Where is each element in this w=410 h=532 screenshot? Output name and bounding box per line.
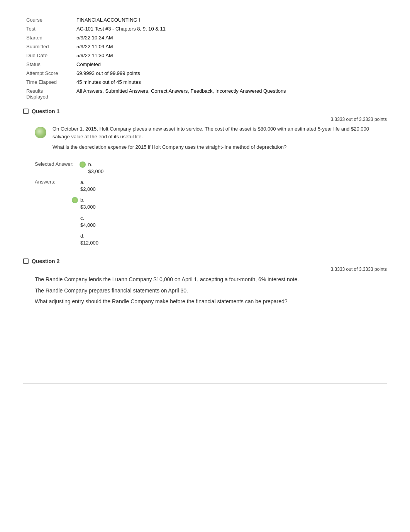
question-1-block: Question 1 3.3333 out of 3.3333 points O… [23, 108, 387, 246]
test-row: Test AC-101 Test #3 - Chapters 8, 9, 10 … [23, 24, 387, 33]
answers-section: Answers: a.$2,000 b.$3,000 [35, 179, 387, 247]
results-value: All Answers, Submitted Answers, Correct … [73, 87, 387, 101]
course-value: FINANCIAL ACCOUNTING I [73, 15, 387, 24]
page-divider [23, 383, 387, 384]
results-label: Results Displayed [23, 87, 73, 101]
started-value: 5/9/22 10:24 AM [73, 33, 387, 42]
list-item: d.$12,000 [72, 233, 98, 246]
time-elapsed-label: Time Elapsed [23, 78, 73, 87]
question-1-header: Question 1 [23, 108, 387, 114]
question-2-text: The Randie Company lends the Luann Compa… [35, 275, 387, 306]
answer-d-dot-icon [72, 233, 78, 239]
question-1-title: Question 1 [32, 108, 59, 114]
due-date-label: Due Date [23, 51, 73, 60]
attempt-score-value: 69.9993 out of 99.999 points [73, 69, 387, 78]
due-date-value: 5/9/22 11:30 AM [73, 51, 387, 60]
started-label: Started [23, 33, 73, 42]
question-2-score: 3.3333 out of 3.3333 points [23, 267, 387, 272]
time-elapsed-value: 45 minutes out of 45 minutes [73, 78, 387, 87]
selected-dot-icon [80, 161, 86, 168]
time-elapsed-row: Time Elapsed 45 minutes out of 45 minute… [23, 78, 387, 87]
answer-a-dot-icon [72, 179, 78, 185]
question-1-text: On October 1, 2015, Holt Company places … [53, 125, 387, 151]
results-row: Results Displayed All Answers, Submitted… [23, 87, 387, 101]
answer-b-dot-icon [72, 197, 78, 203]
question-2-header: Question 2 [23, 258, 387, 264]
due-date-row: Due Date 5/9/22 11:30 AM [23, 51, 387, 60]
all-answers: a.$2,000 b.$3,000 c.$4,000 [72, 179, 98, 247]
submitted-label: Submitted [23, 42, 73, 51]
course-row: Course FINANCIAL ACCOUNTING I [23, 15, 387, 24]
selected-option-letter: b. [88, 161, 92, 167]
question-2-title: Question 2 [32, 258, 59, 264]
answers-label: Answers: [35, 179, 66, 247]
question-2-icon [23, 258, 29, 264]
selected-answer-label: Selected Answer: [35, 161, 73, 175]
status-value: Completed [73, 60, 387, 69]
question-2-block: Question 2 3.3333 out of 3.3333 points T… [23, 258, 387, 306]
status-row: Status Completed [23, 60, 387, 69]
question-1-body: On October 1, 2015, Holt Company places … [35, 125, 387, 246]
selected-answer-options: b. $3,000 [80, 161, 103, 175]
question-1-icon [23, 109, 29, 114]
status-label: Status [23, 60, 73, 69]
test-label: Test [23, 24, 73, 33]
attempt-score-label: Attempt Score [23, 69, 73, 78]
test-value: AC-101 Test #3 - Chapters 8, 9, 10 & 11 [73, 24, 387, 33]
list-item: b.$3,000 [72, 197, 98, 211]
submitted-row: Submitted 5/9/22 11:09 AM [23, 42, 387, 51]
selected-answer-option: b. $3,000 [80, 161, 103, 175]
started-row: Started 5/9/22 10:24 AM [23, 33, 387, 42]
attempt-score-row: Attempt Score 69.9993 out of 99.999 poin… [23, 69, 387, 78]
submitted-value: 5/9/22 11:09 AM [73, 42, 387, 51]
selected-answer-section: Selected Answer: b. $3,000 [35, 161, 387, 175]
question-1-score: 3.3333 out of 3.3333 points [23, 117, 387, 122]
list-item: a.$2,000 [72, 179, 98, 193]
list-item: c.$4,000 [72, 215, 98, 229]
course-label: Course [23, 15, 73, 24]
selected-option-value: $3,000 [88, 168, 103, 174]
info-table: Course FINANCIAL ACCOUNTING I Test AC-10… [23, 15, 387, 101]
question-2-body: The Randie Company lends the Luann Compa… [35, 275, 387, 306]
answer-c-dot-icon [72, 215, 78, 221]
